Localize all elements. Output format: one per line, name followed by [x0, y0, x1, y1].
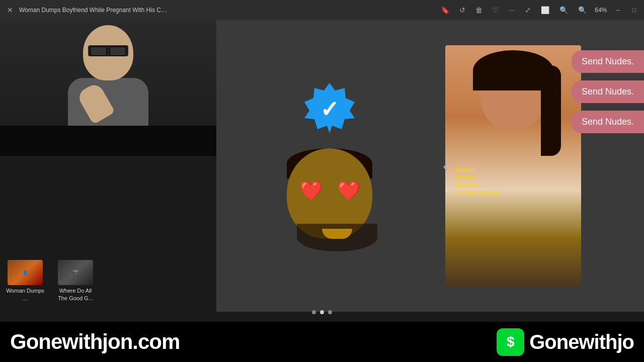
main-content: 👤 Woman Dumps ... 🎬 Where Do All The Goo… — [0, 20, 644, 362]
files-area: 👤 Woman Dumps ... 🎬 Where Do All The Goo… — [5, 260, 96, 302]
toolbar-icons: 🔖 ↺ 🗑 ♡ ··· ⤢ ⬜ 🔍 🔍 64% ─ □ — [439, 4, 639, 16]
woman-photo: Modern Women Archives YouTube Channel — [445, 45, 581, 287]
webcam-feed — [0, 20, 216, 156]
history-icon[interactable]: ↺ — [457, 4, 467, 16]
website-url-right: Gonewithjo — [529, 331, 634, 353]
person-head — [83, 25, 133, 80]
person-glasses — [88, 45, 128, 56]
person-figure — [68, 25, 148, 138]
drake-face-image: ❤️ ❤️ — [279, 138, 380, 249]
zoom-out-icon[interactable]: 🔍 — [557, 4, 570, 16]
slide-area: ‹ ✓ ❤️ ❤️ — [216, 20, 644, 312]
person-hand — [76, 81, 115, 125]
view-icon[interactable]: ⬜ — [539, 4, 551, 16]
drake-eye-right: ❤️ — [337, 181, 357, 201]
expand-icon[interactable]: ⤢ — [523, 4, 533, 16]
file-item-1[interactable]: 👤 Woman Dumps ... — [5, 260, 45, 302]
check-mark-icon: ✓ — [320, 96, 339, 123]
woman-photo-panel: Modern Women Archives YouTube Channel — [445, 45, 581, 287]
maximize-button[interactable]: □ — [629, 6, 639, 15]
nav-dot-1[interactable] — [312, 310, 316, 314]
file-label-1: Woman Dumps ... — [5, 287, 45, 302]
nav-dot-2[interactable] — [320, 310, 324, 314]
navigation-dots — [312, 310, 332, 314]
tab-area: Woman Dumps Boyfriend While Pregnant Wit… — [19, 7, 435, 14]
woman-face — [480, 55, 546, 131]
nav-dot-3[interactable] — [328, 310, 332, 314]
minimize-button[interactable]: ─ — [613, 6, 623, 15]
drake-eye-left: ❤️ — [299, 181, 319, 201]
more-icon[interactable]: ··· — [507, 4, 517, 16]
file-item-2[interactable]: 🎬 Where Do All The Good G... — [55, 260, 96, 302]
bottom-bar: Gonewithjon.com $ Gonewithjo — [0, 322, 644, 362]
chat-bubble-2: Send Nudes. — [572, 80, 644, 103]
tab-title: Woman Dumps Boyfriend While Pregnant Wit… — [19, 7, 170, 14]
cashapp-icon: $ — [497, 328, 524, 356]
zoom-level: 64% — [595, 7, 607, 14]
file-thumbnail-1: 👤 — [8, 260, 43, 285]
woman-hair-side — [541, 65, 561, 156]
webcam-bottom-bar — [0, 126, 216, 156]
watermark-text: Modern Women Archives YouTube Channel — [455, 166, 502, 197]
slide-left-section: ✓ ❤️ ❤️ — [279, 83, 380, 249]
chat-bubble-1: Send Nudes. — [572, 50, 644, 73]
tab-close-icon[interactable]: ✕ — [5, 4, 15, 16]
browser-bar: ✕ Woman Dumps Boyfriend While Pregnant W… — [0, 0, 644, 20]
website-url-left: Gonewithjon.com — [10, 330, 180, 354]
file-thumbnail-2: 🎬 — [58, 260, 93, 285]
zoom-in-icon[interactable]: 🔍 — [576, 4, 589, 16]
bookmark-icon[interactable]: 🔖 — [439, 4, 451, 16]
bottom-right-branding: $ Gonewithjo — [497, 328, 634, 356]
delete-icon[interactable]: 🗑 — [473, 4, 485, 16]
chat-bubble-3: Send Nudes. — [572, 111, 644, 133]
check-badge-shape: ✓ — [304, 83, 355, 133]
file-label-2: Where Do All The Good G... — [55, 287, 96, 302]
favorite-icon[interactable]: ♡ — [491, 4, 501, 16]
blue-checkmark-badge: ✓ — [304, 83, 355, 133]
prev-slide-button[interactable]: ‹ — [438, 152, 453, 179]
chat-messages: Send Nudes. Send Nudes. Send Nudes. — [572, 50, 644, 133]
